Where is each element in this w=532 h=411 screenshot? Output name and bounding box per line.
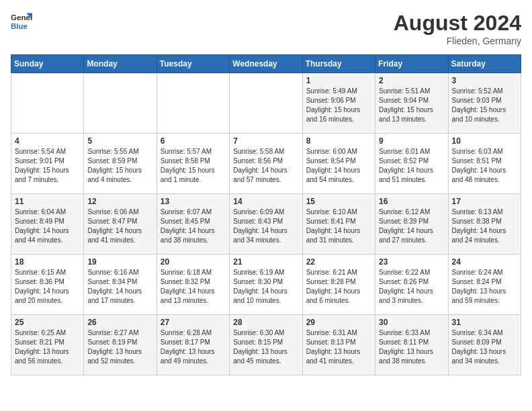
location: Flieden, Germany [394, 36, 521, 46]
sunrise: Sunrise: 6:12 AM [379, 208, 430, 216]
cell-info: Sunrise: 6:24 AMSunset: 8:24 PMDaylight:… [452, 268, 517, 306]
daylight-hours: Daylight: 15 hours [15, 167, 69, 174]
cell-info: Sunrise: 6:15 AMSunset: 8:36 PMDaylight:… [15, 268, 80, 306]
calendar-cell: 18Sunrise: 6:15 AMSunset: 8:36 PMDayligh… [11, 255, 84, 315]
sunrise: Sunrise: 6:03 AM [452, 148, 503, 155]
cell-info: Sunrise: 6:06 AMSunset: 8:47 PMDaylight:… [87, 208, 152, 245]
day-number: 20 [161, 257, 226, 267]
sunset: Sunset: 8:54 PM [306, 157, 356, 165]
month-year: August 2024 [394, 11, 521, 36]
daylight-hours: Daylight: 15 hours [87, 167, 142, 174]
sunrise: Sunrise: 6:34 AM [452, 329, 503, 336]
daylight-hours: and 44 minutes. [15, 236, 62, 244]
logo: General Blue [11, 11, 32, 32]
sunrise: Sunrise: 5:51 AM [379, 87, 430, 95]
sunset: Sunset: 9:03 PM [452, 97, 502, 104]
sunrise: Sunrise: 6:33 AM [379, 329, 430, 336]
daylight-hours: Daylight: 14 hours [233, 227, 287, 234]
day-number: 22 [306, 257, 371, 267]
days-header-row: SundayMondayTuesdayWednesdayThursdayFrid… [11, 55, 521, 73]
cell-info: Sunrise: 6:13 AMSunset: 8:38 PMDaylight:… [452, 208, 517, 245]
daylight-hours: Daylight: 14 hours [379, 227, 433, 234]
cell-info: Sunrise: 6:12 AMSunset: 8:39 PMDaylight:… [379, 208, 444, 245]
sunset: Sunset: 8:15 PM [233, 338, 283, 346]
day-number: 16 [379, 197, 444, 206]
week-row-5: 25Sunrise: 6:25 AMSunset: 8:21 PMDayligh… [11, 315, 521, 375]
day-number: 2 [379, 76, 444, 85]
daylight-hours: Daylight: 13 hours [15, 348, 69, 355]
calendar-cell [157, 73, 229, 134]
day-header-sunday: Sunday [11, 55, 84, 73]
daylight-hours: Daylight: 14 hours [233, 167, 287, 174]
day-number: 10 [452, 136, 517, 146]
sunrise: Sunrise: 6:07 AM [161, 208, 212, 216]
week-row-3: 11Sunrise: 6:04 AMSunset: 8:49 PMDayligh… [11, 194, 521, 255]
daylight-hours: and 3 minutes. [379, 297, 423, 304]
sunset: Sunset: 8:41 PM [306, 218, 356, 225]
sunset: Sunset: 8:34 PM [87, 278, 137, 285]
sunrise: Sunrise: 6:00 AM [306, 148, 357, 155]
daylight-hours: Daylight: 13 hours [452, 287, 506, 295]
day-number: 19 [87, 257, 152, 267]
daylight-hours: and 45 minutes. [233, 357, 281, 365]
sunset: Sunset: 8:43 PM [233, 218, 283, 225]
sunset: Sunset: 8:52 PM [379, 157, 429, 165]
daylight-hours: Daylight: 14 hours [87, 287, 142, 295]
sunrise: Sunrise: 6:19 AM [233, 269, 284, 276]
day-header-saturday: Saturday [448, 55, 521, 73]
sunrise: Sunrise: 6:06 AM [87, 208, 138, 216]
cell-info: Sunrise: 5:58 AMSunset: 8:56 PMDaylight:… [233, 147, 298, 185]
daylight-hours: Daylight: 14 hours [161, 227, 215, 234]
sunrise: Sunrise: 5:49 AM [306, 87, 357, 95]
daylight-hours: and 10 minutes. [233, 297, 281, 304]
cell-info: Sunrise: 6:28 AMSunset: 8:17 PMDaylight:… [161, 328, 226, 366]
daylight-hours: and 49 minutes. [161, 357, 208, 365]
sunrise: Sunrise: 6:15 AM [15, 269, 66, 276]
week-row-4: 18Sunrise: 6:15 AMSunset: 8:36 PMDayligh… [11, 255, 521, 315]
sunset: Sunset: 8:21 PM [15, 338, 64, 346]
calendar-cell: 11Sunrise: 6:04 AMSunset: 8:49 PMDayligh… [11, 194, 84, 255]
sunrise: Sunrise: 5:55 AM [87, 148, 138, 155]
day-number: 17 [452, 197, 517, 206]
daylight-hours: Daylight: 13 hours [452, 348, 506, 355]
cell-info: Sunrise: 6:30 AMSunset: 8:15 PMDaylight:… [233, 328, 298, 366]
daylight-hours: Daylight: 14 hours [452, 167, 506, 174]
daylight-hours: Daylight: 14 hours [452, 227, 506, 234]
sunset: Sunset: 8:11 PM [379, 338, 429, 346]
sunset: Sunset: 8:28 PM [306, 278, 356, 285]
calendar-cell: 4Sunrise: 5:54 AMSunset: 9:01 PMDaylight… [11, 134, 84, 194]
sunrise: Sunrise: 6:18 AM [161, 269, 212, 276]
daylight-hours: and 24 minutes. [452, 236, 500, 244]
daylight-hours: and 41 minutes. [87, 236, 135, 244]
cell-info: Sunrise: 6:10 AMSunset: 8:41 PMDaylight:… [306, 208, 371, 245]
daylight-hours: and 34 minutes. [233, 236, 281, 244]
day-number: 15 [306, 197, 371, 206]
sunset: Sunset: 8:09 PM [452, 338, 502, 346]
page-header: General Blue August 2024 Flieden, German… [11, 11, 521, 46]
day-number: 18 [15, 257, 80, 267]
sunset: Sunset: 8:59 PM [87, 157, 137, 165]
calendar-cell: 23Sunrise: 6:22 AMSunset: 8:26 PMDayligh… [375, 255, 448, 315]
daylight-hours: and 38 minutes. [161, 236, 208, 244]
svg-text:Blue: Blue [11, 22, 28, 30]
cell-info: Sunrise: 5:52 AMSunset: 9:03 PMDaylight:… [452, 87, 517, 124]
logo-icon: General Blue [11, 11, 32, 32]
sunset: Sunset: 8:56 PM [233, 157, 283, 165]
calendar-cell [84, 73, 157, 134]
daylight-hours: Daylight: 13 hours [161, 348, 215, 355]
daylight-hours: and 38 minutes. [379, 357, 427, 365]
day-number: 8 [306, 136, 371, 146]
cell-info: Sunrise: 6:09 AMSunset: 8:43 PMDaylight:… [233, 208, 298, 245]
cell-info: Sunrise: 6:22 AMSunset: 8:26 PMDaylight:… [379, 268, 444, 306]
daylight-hours: Daylight: 15 hours [452, 106, 506, 113]
sunrise: Sunrise: 6:10 AM [306, 208, 357, 216]
daylight-hours: and 13 minutes. [161, 297, 208, 304]
day-number: 6 [161, 136, 226, 146]
daylight-hours: Daylight: 13 hours [379, 348, 433, 355]
cell-info: Sunrise: 6:16 AMSunset: 8:34 PMDaylight:… [87, 268, 152, 306]
day-header-friday: Friday [375, 55, 448, 73]
daylight-hours: Daylight: 14 hours [306, 167, 361, 174]
sunrise: Sunrise: 6:16 AM [87, 269, 138, 276]
sunset: Sunset: 9:06 PM [306, 97, 356, 104]
sunset: Sunset: 8:26 PM [379, 278, 429, 285]
